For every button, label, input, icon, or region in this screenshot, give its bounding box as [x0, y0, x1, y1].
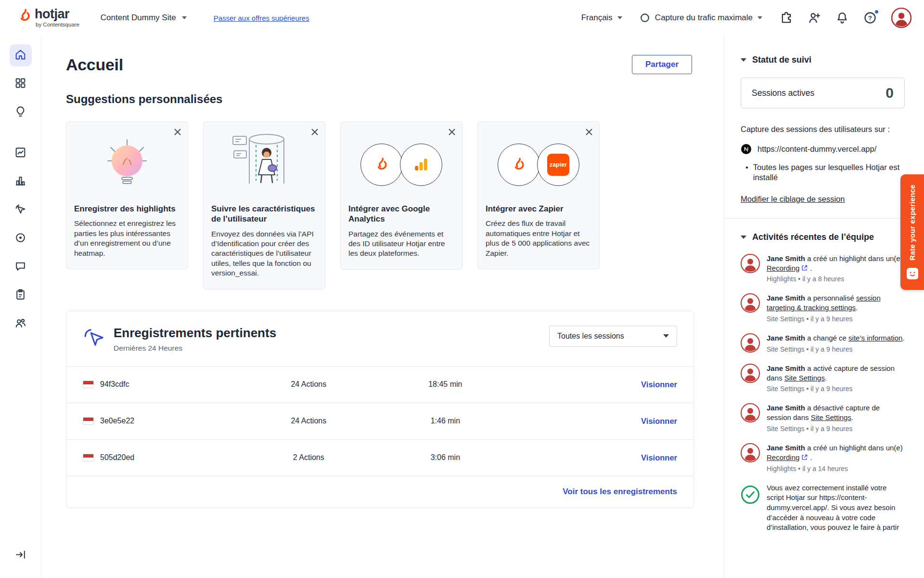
sidebar-item-interviews[interactable]: [10, 313, 32, 335]
close-icon[interactable]: [584, 127, 594, 137]
activity-suffix: .: [851, 413, 853, 421]
right-panel: Statut de suivi Sessions actives 0 Captu…: [724, 36, 924, 578]
zapier-illustration: zapier: [486, 129, 591, 201]
external-link-icon[interactable]: [801, 454, 808, 461]
suggestions-title: Suggestions personnalisées: [66, 92, 724, 106]
zapier-logo: zapier: [537, 144, 579, 186]
view-recording-link[interactable]: Visionner: [641, 453, 677, 462]
site-url-row: https://content-dummy.vercel.app/: [741, 144, 905, 155]
close-icon[interactable]: [309, 127, 320, 137]
site-url[interactable]: https://content-dummy.vercel.app/: [757, 144, 876, 154]
hotjar-circle-logo: [498, 144, 540, 186]
activity-item: Jane Smith a changé ce site’s informatio…: [741, 333, 905, 353]
activity-item: Jane Smith a créé un highlight dans un(e…: [741, 254, 905, 283]
modify-session-targeting-link[interactable]: Modifier le ciblage de session: [741, 195, 845, 204]
recording-duration: 3:06 min: [368, 453, 523, 462]
pages-bullet: • Toutes les pages sur lesquelles Hotjar…: [741, 162, 905, 183]
recordings-subtitle: Dernières 24 Heures: [114, 344, 276, 353]
header-right: Français Capture du trafic maximale: [581, 8, 911, 28]
activity-meta: Highlights • il y a 8 heures: [767, 275, 905, 283]
sidebar-item-highlights[interactable]: [10, 101, 32, 123]
rate-experience-tab[interactable]: Rate your experience: [900, 174, 924, 290]
invite-user-icon[interactable]: [808, 11, 821, 25]
sessions-filter-dropdown[interactable]: Toutes les sessions: [549, 326, 677, 347]
panel-divider: [724, 218, 924, 219]
capture-mode-selector[interactable]: Capture du trafic maximale: [640, 13, 762, 23]
table-row: 3e0e5e22 24 Actions 1:46 min Visionner: [66, 403, 693, 439]
activity-text: a personnalisé: [805, 294, 856, 302]
close-icon[interactable]: [447, 127, 457, 137]
lightbulb-icon: [14, 105, 26, 119]
hotjar-logo[interactable]: hotjar by Contentsquare: [16, 8, 79, 28]
collapse-arrow-icon: [14, 549, 26, 563]
main-header-row: Accueil Partager: [41, 36, 724, 74]
activity-user: Jane Smith: [767, 294, 805, 302]
view-recording-link[interactable]: Visionner: [641, 417, 677, 425]
active-sessions-box: Sessions actives 0: [741, 78, 905, 108]
sidebar-item-surveys[interactable]: [10, 284, 32, 306]
avatar: [741, 443, 760, 462]
notifications-bell-icon[interactable]: [835, 11, 849, 25]
recordings-header: Enregistrements pertinents Dernières 24 …: [66, 326, 693, 353]
user-avatar[interactable]: [891, 8, 911, 28]
help-icon[interactable]: ?: [863, 11, 877, 25]
activity-link[interactable]: Site Settings: [784, 374, 825, 382]
share-button[interactable]: Partager: [632, 55, 692, 74]
activity-meta: Highlights • il y a 14 heures: [767, 465, 905, 473]
activity-link[interactable]: Recording: [767, 264, 799, 272]
activity-link[interactable]: Site Settings: [811, 413, 851, 421]
language-selector[interactable]: Français: [581, 13, 622, 23]
google-analytics-logo: [400, 144, 442, 186]
external-link-icon[interactable]: [801, 264, 808, 272]
avatar: [741, 293, 760, 313]
integrations-puzzle-icon[interactable]: [780, 11, 793, 25]
sidebar-item-funnels[interactable]: [10, 171, 32, 193]
clipboard-icon: [14, 289, 26, 302]
indonesia-flag: [83, 454, 94, 461]
sidebar-collapse-toggle[interactable]: [10, 544, 32, 566]
suggestion-card-highlights: Enregistrer des highlights Sélectionnez …: [66, 121, 188, 269]
sidebar-item-feedback[interactable]: [10, 256, 32, 278]
recordings-table: 94f3cdfc 24 Actions 18:45 min Visionner …: [66, 366, 693, 508]
sidebar-item-trends[interactable]: [10, 142, 32, 164]
cursor-icon: [14, 203, 26, 217]
sidebar-item-heatmaps[interactable]: [10, 227, 32, 250]
card-title: Suivre les caractéristiques de l’utilisa…: [211, 204, 317, 224]
recording-actions-count: 24 Actions: [249, 380, 368, 389]
recent-activity-section-header[interactable]: Activités récentes de l’équipe: [741, 232, 905, 242]
sidebar-item-recordings[interactable]: [10, 199, 32, 221]
activity-link[interactable]: Recording: [767, 453, 799, 461]
card-body: Envoyez des données via l’API d’Identifi…: [211, 229, 317, 278]
recordings-title: Enregistrements pertinents: [114, 326, 276, 341]
card-body: Créez des flux de travail automatiques e…: [486, 219, 591, 258]
avatar: [741, 364, 760, 383]
heatmap-target-icon: [14, 232, 26, 246]
site-selector-label: Content Dummy Site: [101, 13, 176, 23]
table-row: 505d20ed 2 Actions 3:06 min Visionner: [66, 439, 693, 476]
lightbulb-illustration: [74, 129, 180, 201]
notification-dot-badge: [874, 9, 879, 14]
activity-meta: Site Settings • il y a 9 heures: [767, 345, 905, 353]
tracking-status-title: Statut de suivi: [752, 55, 811, 65]
site-selector[interactable]: Content Dummy Site: [101, 13, 187, 23]
triangle-down-icon: [741, 236, 746, 239]
recording-id: 3e0e5e22: [100, 417, 134, 425]
recording-duration: 1:46 min: [368, 417, 523, 425]
close-icon[interactable]: [172, 127, 183, 137]
card-title: Intégrer avec Zapier: [486, 204, 591, 214]
avatar: [741, 403, 760, 422]
sidebar-item-dashboards[interactable]: [10, 73, 32, 95]
tracking-status-section-header[interactable]: Statut de suivi: [741, 55, 905, 65]
view-recording-link[interactable]: Visionner: [641, 380, 677, 389]
rate-experience-label: Rate your experience: [908, 184, 916, 261]
view-all-recordings-link[interactable]: Voir tous les enregistrements: [563, 487, 677, 497]
logo-wordmark: hotjar: [35, 8, 79, 21]
site-favicon: [741, 144, 752, 155]
activity-link[interactable]: site’s information: [848, 334, 902, 342]
logo-byline: by Contentsquare: [35, 22, 79, 28]
chevron-down-icon: [757, 16, 762, 19]
activity-user: Jane Smith: [767, 364, 805, 372]
activity-suffix: .: [902, 334, 904, 342]
sidebar-item-home[interactable]: [10, 44, 32, 66]
upgrade-link[interactable]: Passer aux offres supérieures: [214, 14, 309, 22]
